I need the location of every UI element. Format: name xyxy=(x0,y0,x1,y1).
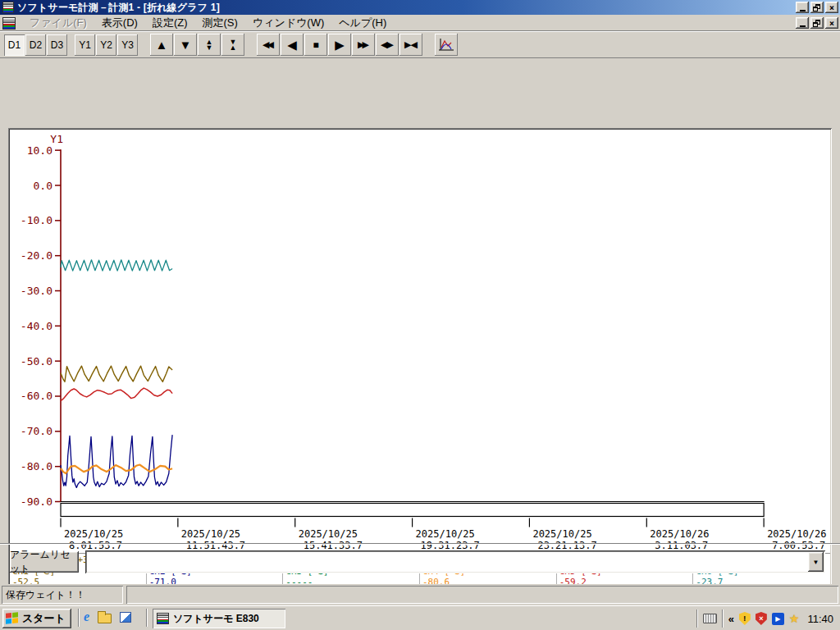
menu-item-settings[interactable]: 設定(Z) xyxy=(145,14,195,32)
security-error-icon[interactable]: × xyxy=(756,612,767,625)
quick-launch: e xyxy=(84,610,131,623)
fast-forward-icon: ▶▶ xyxy=(358,39,369,50)
start-button[interactable]: スタート xyxy=(2,609,71,628)
y-tick-label: 0.0 xyxy=(34,180,52,192)
fast-rewind-button[interactable]: ◀◀ xyxy=(257,34,280,56)
window-close-button[interactable]: × xyxy=(825,2,838,13)
toolbar: D1 D2 D3 Y1 Y2 Y3 ▲ ▼ ▲▼ ▼▲ ◀◀ ◀ ■ ▶ ▶▶ … xyxy=(0,31,840,58)
status-bar: 保存ウェイト！！ xyxy=(0,584,840,605)
taskbar: スタート e ソフトサーモ E830 « ! × ▶ ★ 11:40 xyxy=(0,605,840,630)
taskbar-task-softthermo[interactable]: ソフトサーモ E830 xyxy=(153,609,285,628)
alarm-combobox[interactable]: ▼ xyxy=(85,550,825,573)
series-ch2-line xyxy=(61,435,172,487)
x-tick-date: 2025/10/25 xyxy=(64,528,123,540)
chart-icon xyxy=(438,38,454,52)
menu-item-view[interactable]: 表示(D) xyxy=(94,14,145,32)
step-right-button[interactable]: ▶ xyxy=(328,34,351,56)
series-ch6-line xyxy=(61,260,172,271)
title-bar: ソフトサーモ計測－計測1 - [折れ線グラフ 1] × xyxy=(0,0,840,15)
alarm-combobox-dropdown-button[interactable]: ▼ xyxy=(808,552,824,572)
expand-vertical-button[interactable]: ▲▼ xyxy=(198,34,221,56)
expand-horizontal-icon: ◀▶ xyxy=(381,39,394,50)
fast-forward-button[interactable]: ▶▶ xyxy=(352,34,375,56)
windows-logo-icon xyxy=(6,612,19,625)
taskbar-separator xyxy=(78,609,80,627)
y-tick-label: -60.0 xyxy=(21,390,52,402)
menu-item-window[interactable]: ウィンドウ(W) xyxy=(245,14,331,32)
internet-explorer-icon[interactable]: e xyxy=(84,610,89,623)
tray-chevron-icon[interactable]: « xyxy=(728,613,734,625)
taskbar-separator xyxy=(722,609,724,628)
status-message: 保存ウェイト！！ xyxy=(2,586,123,604)
y-tick-label: 10.0 xyxy=(27,144,52,157)
scroll-up-button[interactable]: ▲ xyxy=(150,34,173,56)
y-tick-label: -50.0 xyxy=(21,355,52,368)
x-tick-date: 2025/10/25 xyxy=(416,528,475,540)
show-desktop-icon[interactable] xyxy=(120,612,131,623)
toolbar-y1-button[interactable]: Y1 xyxy=(75,34,95,56)
x-range-indicator[interactable] xyxy=(61,504,764,517)
security-warning-icon[interactable]: ! xyxy=(739,612,751,625)
x-tick-date: 2025/10/25 xyxy=(532,528,591,540)
toolbar-d2-button[interactable]: D2 xyxy=(25,34,46,56)
start-label: スタート xyxy=(22,611,66,626)
window-title: ソフトサーモ計測－計測1 - [折れ線グラフ 1] xyxy=(17,1,792,15)
toolbar-y2-button[interactable]: Y2 xyxy=(96,34,116,56)
alarm-reset-button[interactable]: アラームリセット xyxy=(10,551,79,573)
y-tick-label: -10.0 xyxy=(21,214,52,226)
stop-button[interactable]: ■ xyxy=(304,34,327,56)
toolbar-d1-button[interactable]: D1 xyxy=(4,34,25,56)
scroll-down-button[interactable]: ▼ xyxy=(174,34,197,56)
folder-icon[interactable] xyxy=(98,614,112,623)
y-tick-label: -90.0 xyxy=(21,495,52,508)
x-tick-date: 2025/10/26 xyxy=(650,528,709,540)
restore-icon xyxy=(813,20,821,27)
app-icon xyxy=(2,2,14,13)
task-label: ソフトサーモ E830 xyxy=(173,612,259,626)
x-tick-date: 2025/10/26 xyxy=(767,528,826,540)
mdi-workspace: Y110.00.0-10.0-20.0-30.0-40.0-50.0-60.0-… xyxy=(0,58,840,584)
window-minimize-button[interactable] xyxy=(796,2,809,13)
y-tick-label: -70.0 xyxy=(21,425,52,437)
expand-horizontal-button[interactable]: ◀▶ xyxy=(376,34,399,56)
menu-item-measure[interactable]: 測定(S) xyxy=(194,14,244,32)
close-icon: × xyxy=(829,3,834,12)
step-left-button[interactable]: ◀ xyxy=(281,34,304,56)
child-restore-button[interactable] xyxy=(810,17,824,29)
series-ch4-line xyxy=(61,465,172,474)
app-icon xyxy=(157,613,169,624)
y-tick-label: -30.0 xyxy=(21,285,52,297)
x-tick-date: 2025/10/25 xyxy=(181,528,240,540)
toolbar-d3-button[interactable]: D3 xyxy=(47,34,67,56)
graph-settings-button[interactable] xyxy=(435,34,458,56)
series-ch5-line xyxy=(61,388,172,401)
window-restore-button[interactable] xyxy=(810,2,824,13)
compress-horizontal-button[interactable]: ▶◀ xyxy=(399,34,422,56)
series-ch1-line xyxy=(61,366,172,381)
alarm-combobox-value[interactable] xyxy=(88,553,807,571)
child-minimize-button[interactable] xyxy=(796,17,809,29)
line-graph-panel: Y110.00.0-10.0-20.0-30.0-40.0-50.0-60.0-… xyxy=(8,128,832,589)
menu-item-help[interactable]: ヘルプ(H) xyxy=(331,14,394,32)
star-tray-icon[interactable]: ★ xyxy=(789,613,800,624)
child-close-button[interactable]: × xyxy=(825,17,838,29)
line-chart: Y110.00.0-10.0-20.0-30.0-40.0-50.0-60.0-… xyxy=(10,130,830,553)
taskbar-clock: 11:40 xyxy=(804,613,837,625)
toolbar-y3-button[interactable]: Y3 xyxy=(117,34,138,56)
compress-vertical-button[interactable]: ▼▲ xyxy=(221,34,244,56)
x-tick-date: 2025/10/25 xyxy=(299,528,358,540)
y-tick-label: -80.0 xyxy=(21,460,52,472)
system-tray: « ! × ▶ ★ 11:40 xyxy=(696,609,837,628)
close-icon: × xyxy=(829,19,834,28)
document-icon[interactable] xyxy=(2,17,16,30)
right-arrow-icon: ▶ xyxy=(335,38,345,52)
minimize-icon xyxy=(800,10,806,11)
media-play-tray-icon[interactable]: ▶ xyxy=(772,613,784,625)
expand-vertical-icon: ▲▼ xyxy=(206,39,213,51)
down-arrow-icon: ▼ xyxy=(180,38,192,52)
keyboard-layout-icon[interactable] xyxy=(703,614,717,623)
restore-icon xyxy=(813,4,821,11)
chevron-down-icon: ▼ xyxy=(813,559,819,566)
fast-rewind-icon: ◀◀ xyxy=(262,39,274,50)
compress-vertical-icon: ▼▲ xyxy=(230,39,237,51)
